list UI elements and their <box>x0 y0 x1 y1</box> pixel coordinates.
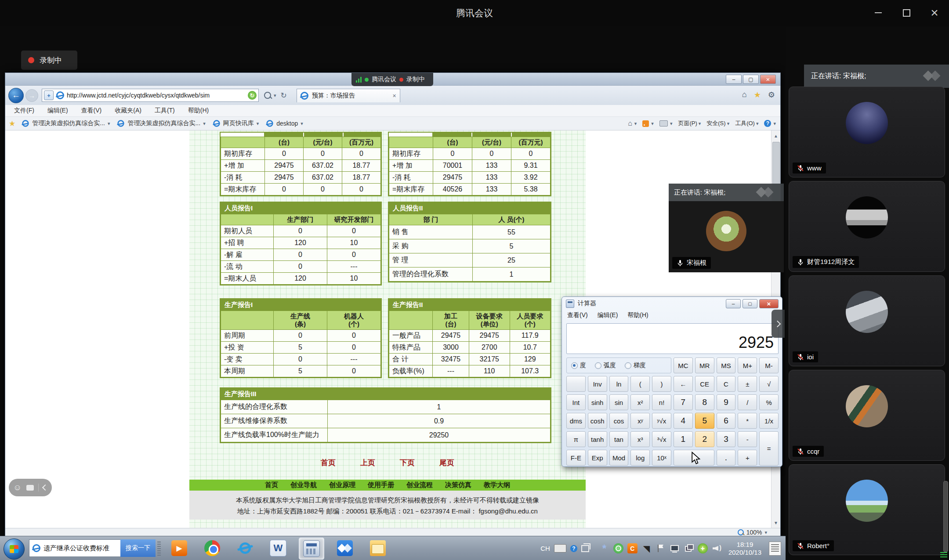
tray-icon[interactable] <box>641 543 652 553</box>
printer-icon[interactable] <box>659 120 668 126</box>
taskbar-app-button[interactable] <box>333 538 357 559</box>
restore-icon[interactable] <box>900 6 913 19</box>
scroll-down-icon[interactable] <box>772 518 780 527</box>
rss-feed-icon[interactable] <box>642 120 649 127</box>
calc-button-10ˣ[interactable]: 10ˣ <box>652 450 671 466</box>
calc-button-F-E[interactable]: F-E <box>566 450 586 466</box>
close-icon[interactable] <box>760 75 776 84</box>
calc-button-%[interactable]: % <box>759 394 779 410</box>
calc-button-sin[interactable]: sin <box>609 394 629 410</box>
calc-button-dms[interactable]: dms <box>566 413 586 429</box>
calc-button-blank[interactable] <box>566 376 586 392</box>
calc-button-M+[interactable]: M+ <box>738 358 757 373</box>
menu-item[interactable]: 编辑(E) <box>47 107 68 115</box>
calc-button-xʸ[interactable]: xʸ <box>630 413 650 429</box>
caret-down-icon[interactable] <box>764 530 767 535</box>
close-icon[interactable] <box>928 6 941 19</box>
calc-button-tan[interactable]: tan <box>609 431 629 447</box>
calc-button-Exp[interactable]: Exp <box>588 450 607 466</box>
calc-button-7[interactable]: 7 <box>674 394 693 410</box>
calc-button-MR[interactable]: MR <box>695 358 714 373</box>
tray-icon[interactable]: * <box>599 543 609 553</box>
calc-button-M-[interactable]: M- <box>759 358 779 373</box>
collapse-left-icon[interactable] <box>42 484 48 491</box>
favorites-star-icon[interactable] <box>9 119 15 128</box>
menu-item[interactable]: 查看(V) <box>81 107 102 115</box>
command-item[interactable]: 安全(S) <box>706 119 729 127</box>
caret-down-icon[interactable] <box>773 121 776 126</box>
calc-button-MS[interactable]: MS <box>717 358 736 373</box>
refresh-icon[interactable] <box>281 91 287 100</box>
taskbar-app-button[interactable]: W <box>266 538 290 559</box>
favorite-item[interactable]: 网页快讯库 <box>213 119 259 127</box>
home-icon[interactable] <box>628 119 632 127</box>
menu-item[interactable]: 文件(F) <box>14 107 34 115</box>
calc-button-Inv[interactable]: Inv <box>588 376 607 392</box>
pager-link[interactable]: 尾页 <box>439 458 454 468</box>
calculator-titlebar[interactable]: 计算器 <box>562 297 782 310</box>
calc-button-/[interactable]: / <box>738 394 757 410</box>
language-indicator[interactable]: CH <box>540 545 550 552</box>
calculator-menu-item[interactable]: 编辑(E) <box>598 311 618 319</box>
speaker-tile[interactable]: 宋福根 <box>669 201 784 272</box>
calc-button-1/x[interactable]: 1/x <box>759 413 779 429</box>
browser-titlebar[interactable]: 腾讯会议 录制中 <box>5 73 780 86</box>
minimize-icon[interactable] <box>872 6 885 19</box>
site-nav-item[interactable]: 创业导航 <box>290 481 317 489</box>
calc-button-Mod[interactable]: Mod <box>609 450 629 466</box>
calc-button-)[interactable]: ) <box>652 376 671 392</box>
calc-button-4[interactable]: 4 <box>674 413 693 429</box>
reaction-pill[interactable] <box>9 479 52 496</box>
address-bar[interactable]: http://www.jctd.net/cyjc/cyqtdkweb/cysx/… <box>42 89 259 102</box>
menu-item[interactable]: 收藏夹(A) <box>115 107 141 115</box>
favorites-star-icon[interactable] <box>754 90 761 100</box>
favorite-item[interactable]: 管理决策虚拟仿真综合实... <box>117 119 205 127</box>
tab-close-icon[interactable] <box>393 92 396 99</box>
taskbar-app-button[interactable] <box>366 538 390 559</box>
participant-tile[interactable]: ccqr <box>789 370 945 461</box>
search-icon[interactable] <box>264 92 271 99</box>
calc-button-+[interactable]: + <box>738 450 757 466</box>
calculator-menu-item[interactable]: 帮助(H) <box>627 311 648 319</box>
calc-button-5[interactable]: 5 <box>695 413 714 429</box>
keyboard-icon[interactable] <box>554 544 566 553</box>
caret-down-icon[interactable] <box>651 121 654 126</box>
angle-mode-radio[interactable]: 梯度 <box>625 361 646 369</box>
participant-tile[interactable]: 财管1912周泽文 <box>789 181 945 272</box>
site-nav-item[interactable]: 教学大纲 <box>484 481 510 489</box>
back-button[interactable] <box>8 88 24 103</box>
caret-down-icon[interactable] <box>634 121 637 126</box>
tray-icon[interactable] <box>684 543 694 553</box>
calc-button-1[interactable]: 1 <box>674 431 693 447</box>
calc-button-MC[interactable]: MC <box>674 358 693 373</box>
calc-button-Int[interactable]: Int <box>566 394 586 410</box>
calc-button-√[interactable]: √ <box>759 376 779 392</box>
calc-button-cosh[interactable]: cosh <box>588 413 607 429</box>
minimize-icon[interactable] <box>726 299 741 308</box>
angle-mode-radio[interactable]: 弧度 <box>595 361 616 369</box>
site-nav-item[interactable]: 创业原理 <box>329 481 355 489</box>
calc-button-6[interactable]: 6 <box>717 413 736 429</box>
calculator-menu-item[interactable]: 查看(V) <box>567 311 588 319</box>
pager-link[interactable]: 上页 <box>360 458 375 468</box>
show-hidden-icons[interactable] <box>581 545 589 552</box>
scroll-up-icon[interactable] <box>772 131 780 140</box>
calc-button-x³[interactable]: x³ <box>630 431 650 447</box>
close-icon[interactable] <box>759 299 779 308</box>
forward-button[interactable] <box>25 89 38 102</box>
calc-button-8[interactable]: 8 <box>695 394 714 410</box>
compatibility-icon[interactable] <box>248 91 257 100</box>
pager-link[interactable]: 下页 <box>400 458 415 468</box>
taskbar-search-box[interactable]: 遗产继承公证收费标准 搜索一下 <box>29 539 156 557</box>
calc-button-tanh[interactable]: tanh <box>588 431 607 447</box>
calc-button--[interactable]: - <box>738 431 757 447</box>
tray-icon[interactable]: + <box>698 543 708 553</box>
menu-item[interactable]: 帮助(H) <box>188 107 209 115</box>
search-input-text[interactable]: 遗产继承公证收费标准 <box>43 544 117 553</box>
start-button[interactable] <box>4 538 25 560</box>
calc-button-n![interactable]: n! <box>652 394 671 410</box>
participant-tile[interactable]: ioi <box>789 275 945 366</box>
calc-button-³√x[interactable]: ³√x <box>652 431 671 447</box>
menu-item[interactable]: 工具(T) <box>155 107 175 115</box>
favorite-item[interactable]: 管理决策虚拟仿真综合实... <box>22 119 110 127</box>
